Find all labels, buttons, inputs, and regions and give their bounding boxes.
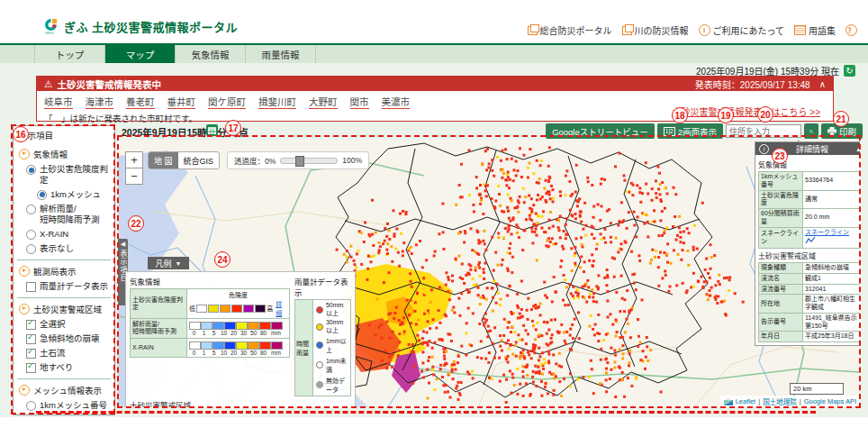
rain-tick-label: 50 (249, 330, 258, 336)
radio-option[interactable]: 土砂災害危険度判定 (17, 162, 111, 187)
alert-city-link[interactable]: 揖斐川町 (258, 95, 296, 109)
tab-weather[interactable]: 気象情報 (176, 45, 246, 63)
alert-city-link[interactable]: 関ケ原町 (208, 95, 246, 109)
search-icon (809, 127, 813, 136)
sidebar-section-header: メッシュ情報表示 (17, 382, 111, 398)
collapse-caret-icon[interactable]: ∧ (819, 79, 826, 89)
detail-field-label: 渓流名 (759, 273, 803, 284)
detail-field-value: 312041 (803, 284, 861, 295)
radio-option[interactable]: 1kmメッシュ (17, 187, 111, 202)
legend-toggle-button[interactable]: 凡例▼ (148, 257, 189, 269)
alert-city-link[interactable]: 岐阜市 (44, 95, 73, 109)
attribution-leaflet-link[interactable]: Leaflet (736, 397, 756, 405)
basemap-gis-button[interactable]: 統合GIS (178, 152, 220, 168)
rain-tick-label: 20 (229, 350, 239, 356)
option-label: 土石流 (40, 348, 66, 359)
dual-view-button[interactable]: 1|22画面表示 (657, 123, 723, 139)
address-search-input[interactable] (726, 124, 801, 138)
tab-rainfall[interactable]: 雨量情報 (246, 45, 316, 63)
link-general-portal[interactable]: 総合防災ポータル (528, 23, 612, 37)
detail-field-label: 土砂災害危険度 (759, 190, 803, 209)
link-usage-guide[interactable]: iご利用にあたって (699, 23, 785, 37)
gauge-legend-item: 1mm以上 (316, 336, 348, 354)
help-button[interactable]: ？ (845, 24, 857, 36)
option-label: 全選択 (40, 319, 66, 330)
option-label: 土砂災害危険度判定 (40, 164, 111, 186)
print-button[interactable]: 印刷 (821, 123, 863, 139)
detail-field-label: 1kmメッシュ番号 (759, 172, 803, 191)
checkbox-control[interactable] (26, 363, 36, 373)
opacity-slider-thumb[interactable] (295, 156, 304, 167)
detail-weather-row: 土砂災害危険度通常 (759, 190, 861, 209)
alert-statement-link[interactable]: 土砂災害警戒情報発表文はこちら >> (673, 105, 820, 118)
alert-city-link[interactable]: 垂井町 (167, 95, 196, 109)
alert-city-link[interactable]: 関市 (350, 95, 369, 109)
legend-scale-row: X-RAIN0151020305080mm (130, 339, 290, 358)
option-label: 圏外メッシュ表示 (50, 414, 111, 416)
refresh-button[interactable]: ↻ (844, 65, 855, 77)
checkbox-option[interactable]: 全選択 (17, 317, 111, 332)
gauge-item-label: 無効データ (326, 376, 348, 394)
checkbox-control[interactable] (26, 282, 36, 292)
portal-title: ぎふ 土砂災害警戒情報ポータル (64, 18, 238, 35)
alert-city-link[interactable]: 大野町 (309, 95, 338, 109)
alert-city-link[interactable]: 養老町 (126, 95, 155, 109)
radio-control[interactable] (26, 165, 36, 175)
rain-tick-label: 1 (199, 350, 209, 356)
radio-control[interactable] (26, 244, 36, 254)
radio-control[interactable] (26, 230, 36, 240)
calendar-button[interactable] (206, 124, 218, 136)
checkbox-option[interactable]: 地すべり (17, 360, 111, 375)
detail-collapse-icon[interactable]: ▲ (855, 146, 860, 152)
search-button[interactable] (804, 123, 818, 139)
radio-option[interactable]: X-RAIN (17, 227, 111, 241)
radio-control[interactable] (37, 190, 47, 200)
checkbox-option[interactable]: 雨量計データ表示 (17, 279, 111, 294)
detail-field-value: 20.0 mm (803, 209, 861, 228)
snakeline-link[interactable]: スネークライン (805, 229, 849, 235)
attribution-gmaps-link[interactable]: Google Maps API (804, 397, 856, 405)
opacity-slider[interactable] (280, 158, 338, 164)
alert-city-link[interactable]: 海津市 (86, 95, 114, 109)
radio-option[interactable]: 表示なし (17, 241, 111, 256)
detail-zone-table: 現象種類急傾斜地の崩壊渓流名観成1渓流番号312041所在地郡上市八幡町相生字観… (758, 262, 860, 342)
basemap-toggle: 地 図 統合GIS (148, 151, 220, 169)
basemap-map-button[interactable]: 地 図 (149, 152, 178, 168)
map-canvas[interactable]: + − 地 図 統合GIS 透過度：0% 100% ◀ 表示項目 ◀ スネークラ… (118, 140, 860, 407)
detail-field-value: 平成25年3月18日 (803, 332, 861, 342)
checkbox-option[interactable]: 土石流 (17, 346, 111, 360)
opacity-control: 透過度：0% 100% (227, 151, 369, 169)
risk-scale-header: 危険度 (189, 290, 287, 299)
detail-zone-row: 現象種類急傾斜地の崩壊 (759, 263, 861, 274)
street-view-button[interactable]: Googleストリートビュー (546, 123, 655, 139)
radio-control[interactable] (26, 205, 36, 214)
attribution-gsi-link[interactable]: 国土地理院 (763, 396, 797, 406)
link-glossary[interactable]: 用語集 (794, 23, 836, 37)
radio-option[interactable]: 1kmメッシュ番号 (17, 398, 111, 413)
checkbox-control[interactable] (26, 349, 36, 359)
detail-field-value: 観成1 (803, 273, 861, 284)
gauge-marker-icon (316, 381, 323, 388)
rain-unit-label: mm (271, 330, 281, 336)
zoom-out-button[interactable]: − (125, 168, 143, 185)
gauge-marker-icon (316, 323, 323, 331)
zoom-in-button[interactable]: + (125, 151, 143, 168)
sidebar-section-title: メッシュ情報表示 (33, 384, 102, 396)
radio-control[interactable] (26, 401, 36, 411)
rain-color-swatch (248, 322, 259, 330)
checkbox-option[interactable]: 急傾斜地の崩壊 (17, 332, 111, 346)
tab-map[interactable]: マップ (105, 45, 176, 63)
tab-top[interactable]: トップ (34, 45, 105, 63)
checkbox-option: 圏外メッシュ表示 (17, 413, 111, 416)
alert-city-link[interactable]: 美濃市 (382, 95, 411, 109)
checkbox-control[interactable] (26, 334, 36, 344)
radio-option[interactable]: 解析雨量/短時間降雨予測 (17, 202, 111, 227)
rain-color-swatch (259, 341, 271, 350)
gauge-legend-item: 無効データ (316, 376, 348, 394)
risk-detail-link[interactable]: 詳細 (276, 299, 287, 317)
gauge-legend-item: 30mm以上 (316, 319, 348, 334)
checkbox-control[interactable] (26, 320, 36, 330)
leaflet-logo-icon (724, 398, 733, 405)
rain-tick-label: 30 (239, 330, 249, 336)
link-river-info[interactable]: 川の防災情報 (622, 23, 689, 37)
